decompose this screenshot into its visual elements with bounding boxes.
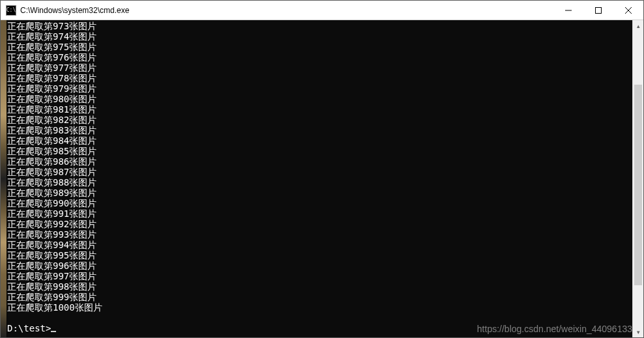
output-line: 正在爬取第992张图片 bbox=[7, 219, 632, 229]
output-line: 正在爬取第986张图片 bbox=[7, 156, 632, 167]
maximize-button[interactable] bbox=[583, 1, 613, 20]
output-line: 正在爬取第982张图片 bbox=[7, 115, 632, 125]
output-line: 正在爬取第981张图片 bbox=[7, 104, 632, 115]
output-line: 正在爬取第993张图片 bbox=[7, 229, 632, 240]
cmd-icon: C:\ bbox=[6, 5, 16, 16]
window-controls bbox=[553, 1, 643, 20]
output-line: 正在爬取第979张图片 bbox=[7, 83, 632, 94]
output-line: 正在爬取第996张图片 bbox=[7, 261, 632, 271]
output-line: 正在爬取第985张图片 bbox=[7, 146, 632, 156]
output-line: 正在爬取第989张图片 bbox=[7, 188, 632, 198]
output-line: 正在爬取第975张图片 bbox=[7, 42, 632, 52]
output-line: 正在爬取第984张图片 bbox=[7, 135, 632, 146]
console-output[interactable]: 正在爬取第973张图片正在爬取第974张图片正在爬取第975张图片正在爬取第97… bbox=[7, 20, 632, 337]
output-line: 正在爬取第999张图片 bbox=[7, 292, 632, 302]
output-line: 正在爬取第991张图片 bbox=[7, 208, 632, 219]
output-line: 正在爬取第997张图片 bbox=[7, 271, 632, 281]
output-line: 正在爬取第974张图片 bbox=[7, 31, 632, 42]
output-line: 正在爬取第994张图片 bbox=[7, 240, 632, 250]
minimize-button[interactable] bbox=[553, 1, 583, 20]
console-area: 正在爬取第973张图片正在爬取第974张图片正在爬取第975张图片正在爬取第97… bbox=[1, 20, 643, 337]
output-line: 正在爬取第973张图片 bbox=[7, 21, 632, 31]
output-line: 正在爬取第995张图片 bbox=[7, 250, 632, 261]
output-line: 正在爬取第978张图片 bbox=[7, 73, 632, 83]
output-line: 正在爬取第998张图片 bbox=[7, 281, 632, 292]
output-line: 正在爬取第977张图片 bbox=[7, 63, 632, 73]
scroll-down-arrow-icon[interactable]: ▾ bbox=[633, 326, 643, 337]
output-line: 正在爬取第990张图片 bbox=[7, 198, 632, 208]
output-line: 正在爬取第987张图片 bbox=[7, 167, 632, 177]
output-line: 正在爬取第976张图片 bbox=[7, 52, 632, 63]
scrollbar-thumb[interactable] bbox=[634, 85, 642, 285]
output-line: 正在爬取第983张图片 bbox=[7, 125, 632, 135]
cmd-window: C:\ C:\Windows\system32\cmd.exe 正在爬取第973… bbox=[0, 0, 644, 338]
output-line: 正在爬取第988张图片 bbox=[7, 177, 632, 188]
output-line: 正在爬取第980张图片 bbox=[7, 94, 632, 104]
left-edge-decoration bbox=[1, 20, 7, 337]
scrollbar-track[interactable] bbox=[633, 31, 643, 326]
scroll-up-arrow-icon[interactable]: ▴ bbox=[633, 20, 643, 31]
output-line: 正在爬取第1000张图片 bbox=[7, 302, 632, 313]
cursor bbox=[51, 331, 56, 332]
window-title: C:\Windows\system32\cmd.exe bbox=[20, 6, 553, 15]
prompt-line[interactable]: D:\test> bbox=[7, 323, 632, 333]
titlebar[interactable]: C:\ C:\Windows\system32\cmd.exe bbox=[1, 1, 643, 20]
vertical-scrollbar[interactable]: ▴ ▾ bbox=[632, 20, 643, 337]
svg-rect-1 bbox=[596, 7, 602, 13]
close-button[interactable] bbox=[613, 1, 643, 20]
